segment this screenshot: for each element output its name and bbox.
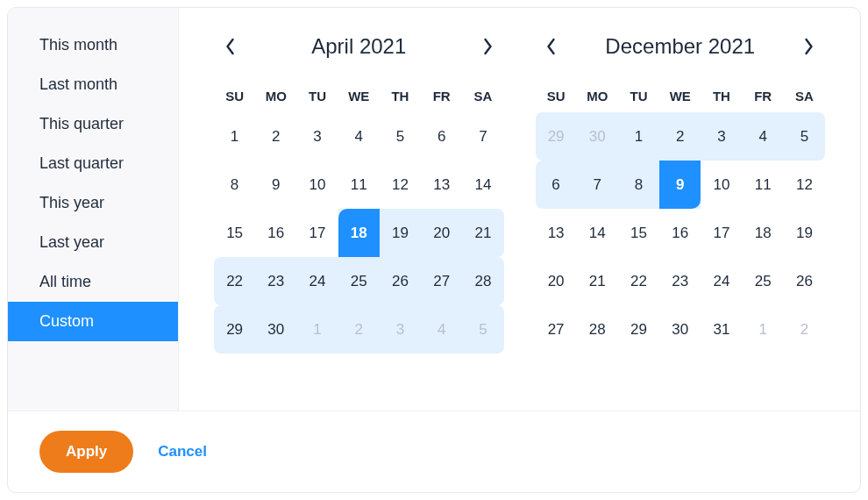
calendar-day[interactable]: 11 bbox=[338, 161, 380, 209]
calendar-day[interactable]: 25 bbox=[338, 257, 380, 305]
datepicker-footer: Apply Cancel bbox=[8, 411, 860, 492]
calendar-day[interactable]: 15 bbox=[214, 209, 255, 257]
calendar-day[interactable]: 2 bbox=[338, 305, 380, 354]
calendar-day[interactable]: 3 bbox=[701, 112, 742, 161]
calendar-day[interactable]: 19 bbox=[784, 209, 825, 257]
calendar-day[interactable]: 1 bbox=[214, 112, 255, 161]
calendar-day[interactable]: 28 bbox=[462, 257, 503, 305]
calendar-day[interactable]: 19 bbox=[380, 209, 421, 257]
calendar-day[interactable]: 3 bbox=[296, 112, 338, 161]
calendar-day[interactable]: 14 bbox=[577, 209, 618, 257]
day-of-week-label: SU bbox=[214, 80, 255, 112]
calendar-day[interactable]: 14 bbox=[462, 161, 503, 209]
calendar-day[interactable]: 16 bbox=[255, 209, 296, 257]
calendar-day[interactable]: 12 bbox=[784, 161, 825, 209]
calendar-day[interactable]: 21 bbox=[577, 257, 618, 305]
calendar-day[interactable]: 1 bbox=[743, 305, 784, 354]
chevron-right-icon bbox=[482, 38, 494, 55]
calendar-day[interactable]: 12 bbox=[380, 161, 421, 209]
calendar-day[interactable]: 5 bbox=[380, 112, 421, 161]
calendar-day[interactable]: 17 bbox=[296, 209, 338, 257]
calendar-day[interactable]: 7 bbox=[577, 161, 618, 209]
calendar-day[interactable]: 27 bbox=[421, 257, 462, 305]
calendar-day[interactable]: 5 bbox=[462, 305, 503, 354]
calendar-day[interactable]: 6 bbox=[536, 161, 577, 209]
calendar-day[interactable]: 7 bbox=[462, 112, 503, 161]
calendar-day[interactable]: 28 bbox=[577, 305, 618, 354]
day-of-week-label: TH bbox=[380, 80, 421, 112]
day-of-week-label: MO bbox=[577, 80, 618, 112]
calendar-day[interactable]: 3 bbox=[380, 305, 421, 354]
apply-button[interactable]: Apply bbox=[39, 431, 133, 473]
calendar-left-title: April 2021 bbox=[311, 34, 406, 59]
calendar-day[interactable]: 10 bbox=[701, 161, 742, 209]
calendar-day[interactable]: 29 bbox=[214, 305, 255, 354]
calendar-day[interactable]: 8 bbox=[214, 161, 255, 209]
calendar-day[interactable]: 26 bbox=[380, 257, 421, 305]
preset-item[interactable]: Last year bbox=[8, 223, 178, 262]
calendar-day[interactable]: 22 bbox=[214, 257, 255, 305]
calendar-day[interactable]: 30 bbox=[255, 305, 296, 354]
calendar-left-grid: SUMOTUWETHFRSA12345678910111213141516171… bbox=[214, 80, 504, 354]
preset-item[interactable]: Last quarter bbox=[8, 144, 178, 183]
calendar-day[interactable]: 30 bbox=[577, 112, 618, 161]
day-of-week-label: FR bbox=[743, 80, 784, 112]
calendar-day[interactable]: 25 bbox=[743, 257, 784, 305]
calendar-day[interactable]: 29 bbox=[536, 112, 577, 161]
calendar-day[interactable]: 2 bbox=[255, 112, 296, 161]
calendar-day[interactable]: 4 bbox=[421, 305, 462, 354]
calendar-day[interactable]: 2 bbox=[659, 112, 701, 161]
calendar-day[interactable]: 8 bbox=[618, 161, 659, 209]
calendar-day[interactable]: 1 bbox=[618, 112, 659, 161]
day-of-week-label: SA bbox=[784, 80, 825, 112]
day-of-week-label: SA bbox=[462, 80, 503, 112]
calendar-day[interactable]: 26 bbox=[784, 257, 825, 305]
calendar-day[interactable]: 29 bbox=[618, 305, 659, 354]
calendar-day[interactable]: 27 bbox=[536, 305, 577, 354]
prev-month-button[interactable] bbox=[219, 36, 240, 57]
calendar-day[interactable]: 16 bbox=[659, 209, 701, 257]
next-month-button[interactable] bbox=[477, 36, 498, 57]
day-of-week-label: TU bbox=[618, 80, 659, 112]
calendar-day[interactable]: 13 bbox=[421, 161, 462, 209]
calendar-day[interactable]: 24 bbox=[296, 257, 338, 305]
preset-list: This monthLast monthThis quarterLast qua… bbox=[8, 8, 179, 411]
preset-item[interactable]: All time bbox=[8, 262, 178, 302]
calendar-day[interactable]: 23 bbox=[659, 257, 701, 305]
next-month-button[interactable] bbox=[799, 36, 820, 57]
calendar-day[interactable]: 20 bbox=[421, 209, 462, 257]
calendar-day[interactable]: 20 bbox=[536, 257, 577, 305]
calendar-day[interactable]: 15 bbox=[618, 209, 659, 257]
cancel-button[interactable]: Cancel bbox=[158, 443, 207, 461]
preset-item[interactable]: Custom bbox=[8, 302, 178, 341]
calendar-left: April 2021 SUMOTUWETHFRSA123456789101112… bbox=[214, 34, 504, 393]
calendar-day[interactable]: 22 bbox=[618, 257, 659, 305]
calendar-day[interactable]: 10 bbox=[296, 161, 338, 209]
calendar-right: December 2021 SUMOTUWETHFRSA293012345678… bbox=[536, 34, 826, 393]
calendar-left-header: April 2021 bbox=[214, 34, 504, 59]
calendar-day[interactable]: 24 bbox=[701, 257, 742, 305]
calendar-day[interactable]: 31 bbox=[701, 305, 742, 354]
calendar-day[interactable]: 9 bbox=[255, 161, 296, 209]
calendar-day[interactable]: 17 bbox=[701, 209, 742, 257]
calendar-day[interactable]: 4 bbox=[338, 112, 380, 161]
calendar-day[interactable]: 11 bbox=[743, 161, 784, 209]
calendar-day[interactable]: 18 bbox=[743, 209, 784, 257]
calendar-day[interactable]: 9 bbox=[659, 161, 701, 209]
calendar-day[interactable]: 1 bbox=[296, 305, 338, 354]
preset-item[interactable]: This year bbox=[8, 183, 178, 223]
calendar-day[interactable]: 2 bbox=[784, 305, 825, 354]
calendar-day[interactable]: 30 bbox=[659, 305, 701, 354]
calendar-day[interactable]: 13 bbox=[536, 209, 577, 257]
preset-item[interactable]: This month bbox=[8, 25, 178, 65]
calendar-day[interactable]: 23 bbox=[255, 257, 296, 305]
calendar-day[interactable]: 6 bbox=[421, 112, 462, 161]
prev-month-button[interactable] bbox=[541, 36, 562, 57]
preset-item[interactable]: This quarter bbox=[8, 104, 178, 144]
calendar-day[interactable]: 18 bbox=[338, 209, 380, 257]
day-of-week-label: WE bbox=[338, 80, 380, 112]
calendar-day[interactable]: 4 bbox=[743, 112, 784, 161]
calendar-day[interactable]: 5 bbox=[784, 112, 825, 161]
calendar-day[interactable]: 21 bbox=[462, 209, 503, 257]
preset-item[interactable]: Last month bbox=[8, 65, 178, 104]
